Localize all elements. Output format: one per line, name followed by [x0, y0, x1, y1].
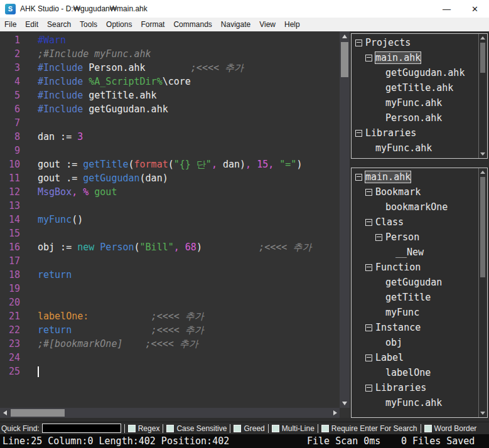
tree-item-libraries[interactable]: Libraries	[352, 125, 478, 141]
editor-horizontal-scrollbar[interactable]	[0, 408, 340, 418]
code-line-20[interactable]: 20	[0, 296, 340, 309]
menu-item-help[interactable]: Help	[280, 20, 304, 29]
code-line-23[interactable]: 23;#[bookmarkOne] ;<<<< 추가	[0, 337, 340, 351]
scroll-down-icon[interactable]	[480, 412, 485, 415]
code-line-1[interactable]: 1#Warn	[0, 33, 340, 47]
tree-item-person[interactable]: Person	[352, 230, 478, 245]
minimize-button[interactable]: —	[433, 0, 461, 18]
tree-item-bookmark[interactable]: Bookmark	[352, 184, 478, 200]
code-line-7[interactable]: 7	[0, 116, 340, 130]
tree-item-gettitle[interactable]: getTitle	[352, 290, 478, 305]
code-line-4[interactable]: 4#Include %A_ScriptDir%\core	[0, 75, 340, 88]
checkbox-regex[interactable]: Regex	[128, 424, 160, 433]
checkbox-icon[interactable]	[166, 425, 174, 432]
tree-item-libraries[interactable]: Libraries	[352, 380, 478, 395]
tree-item-main-ahk[interactable]: main.ahk	[352, 50, 478, 65]
code-line-16[interactable]: 16obj := new Person("Bill", 68) ;<<<< 추가	[0, 240, 340, 254]
checkbox-greed[interactable]: Greed	[234, 424, 264, 433]
panel-scrollbar[interactable]	[478, 34, 487, 158]
tree-item-myfunc-ahk[interactable]: myFunc.ahk	[352, 395, 478, 410]
code-line-22[interactable]: 22return ;<<<< 추가	[0, 323, 340, 337]
collapse-icon[interactable]	[365, 264, 372, 271]
menu-item-options[interactable]: Options	[102, 20, 136, 29]
code-line-14[interactable]: 14myFunc()	[0, 213, 340, 227]
tree-item-person-ahk[interactable]: Person.ahk	[352, 110, 478, 125]
menu-item-view[interactable]: View	[255, 20, 280, 29]
scroll-down-icon[interactable]	[340, 398, 350, 408]
tree-item-bookmarkone[interactable]: bookmarkOne	[352, 200, 478, 215]
scrollbar-thumb[interactable]	[480, 43, 485, 73]
tree-item-projects[interactable]: Projects	[352, 35, 478, 50]
code-line-8[interactable]: 8dan := 3	[0, 130, 340, 144]
code-line-19[interactable]: 19	[0, 282, 340, 296]
menu-item-format[interactable]: Format	[136, 20, 169, 29]
tree-item-main-ahk[interactable]: main.ahk	[352, 169, 478, 184]
code-line-10[interactable]: 10gout := getTitle(format("{} 단", dan), …	[0, 157, 340, 171]
menu-item-navigate[interactable]: Navigate	[217, 20, 255, 29]
tree-item-myfunc[interactable]: myFunc	[352, 305, 478, 320]
code-line-13[interactable]: 13	[0, 199, 340, 213]
quick-find-input[interactable]	[42, 424, 121, 433]
checkbox-icon[interactable]	[234, 425, 241, 432]
scroll-left-icon[interactable]	[0, 408, 9, 418]
checkbox-word-border[interactable]: Word Border	[424, 424, 477, 433]
scrollbar-thumb[interactable]	[480, 177, 485, 277]
code-line-15[interactable]: 15	[0, 227, 340, 240]
checkbox-case-sensitive[interactable]: Case Sensitive	[166, 424, 227, 433]
code-line-9[interactable]: 9	[0, 144, 340, 157]
menu-item-tools[interactable]: Tools	[75, 20, 102, 29]
collapse-icon[interactable]	[375, 234, 382, 241]
menu-item-file[interactable]: File	[0, 20, 21, 29]
collapse-icon[interactable]	[365, 324, 372, 331]
tree-item-class[interactable]: Class	[352, 215, 478, 230]
collapse-icon[interactable]	[365, 219, 372, 226]
tree-item-myfunc-ahk[interactable]: myFunc.ahk	[352, 95, 478, 110]
scroll-down-icon[interactable]	[480, 152, 485, 156]
code-line-25[interactable]: 25	[0, 365, 340, 378]
scroll-up-icon[interactable]	[340, 31, 350, 41]
code-line-2[interactable]: 2;#Include myFunc.ahk	[0, 47, 340, 61]
code-line-3[interactable]: 3#Include Person.ahk ;<<<< 추가	[0, 61, 340, 75]
collapse-icon[interactable]	[355, 174, 362, 181]
scroll-up-icon[interactable]	[480, 36, 485, 40]
menu-item-commands[interactable]: Commands	[169, 20, 216, 29]
checkbox-require-enter-for-search[interactable]: Require Enter For Search	[321, 424, 417, 433]
collapse-icon[interactable]	[355, 130, 362, 137]
close-button[interactable]: ✕	[461, 0, 489, 18]
tree-item-myfunc-ahk[interactable]: myFunc.ahk	[352, 141, 478, 156]
code-line-17[interactable]: 17	[0, 254, 340, 268]
code-line-24[interactable]: 24	[0, 351, 340, 365]
tree-item-labelone[interactable]: labelOne	[352, 365, 478, 380]
scroll-up-icon[interactable]	[480, 171, 485, 174]
scrollbar-thumb[interactable]	[341, 42, 348, 77]
collapse-icon[interactable]	[355, 40, 362, 46]
scrollbar-thumb[interactable]	[11, 409, 65, 417]
scroll-right-icon[interactable]	[330, 408, 340, 418]
code-line-21[interactable]: 21labelOne: ;<<<< 추가	[0, 309, 340, 323]
code-editor[interactable]: 1#Warn2;#Include myFunc.ahk3#Include Per…	[0, 31, 350, 418]
tree-item-obj[interactable]: obj	[352, 335, 478, 350]
code-line-12[interactable]: 12MsgBox, % gout	[0, 185, 340, 199]
checkbox-icon[interactable]	[321, 425, 329, 432]
collapse-icon[interactable]	[365, 189, 372, 196]
tree-item-label[interactable]: Label	[352, 350, 478, 365]
code-area[interactable]: 1#Warn2;#Include myFunc.ahk3#Include Per…	[0, 31, 340, 410]
collapse-icon[interactable]	[365, 55, 372, 61]
checkbox-icon[interactable]	[272, 425, 279, 432]
code-line-6[interactable]: 6#Include getGugudan.ahk	[0, 102, 340, 116]
tree-item-new[interactable]: __New	[352, 245, 478, 260]
tree-item-gettitle-ahk[interactable]: getTitle.ahk	[352, 80, 478, 95]
tree-item-getgugudan-ahk[interactable]: getGugudan.ahk	[352, 65, 478, 80]
collapse-icon[interactable]	[365, 355, 372, 361]
checkbox-icon[interactable]	[424, 425, 432, 432]
menu-item-edit[interactable]: Edit	[21, 20, 43, 29]
code-line-5[interactable]: 5#Include getTitle.ahk	[0, 88, 340, 102]
code-line-11[interactable]: 11gout .= getGugudan(dan)	[0, 171, 340, 185]
editor-vertical-scrollbar[interactable]	[340, 31, 350, 408]
tree-item-instance[interactable]: Instance	[352, 320, 478, 335]
tree-item-function[interactable]: Function	[352, 260, 478, 275]
panel-scrollbar[interactable]	[478, 168, 487, 417]
tree-item-getgugudan[interactable]: getGugudan	[352, 275, 478, 290]
menu-item-search[interactable]: Search	[43, 20, 75, 29]
checkbox-icon[interactable]	[128, 425, 136, 432]
